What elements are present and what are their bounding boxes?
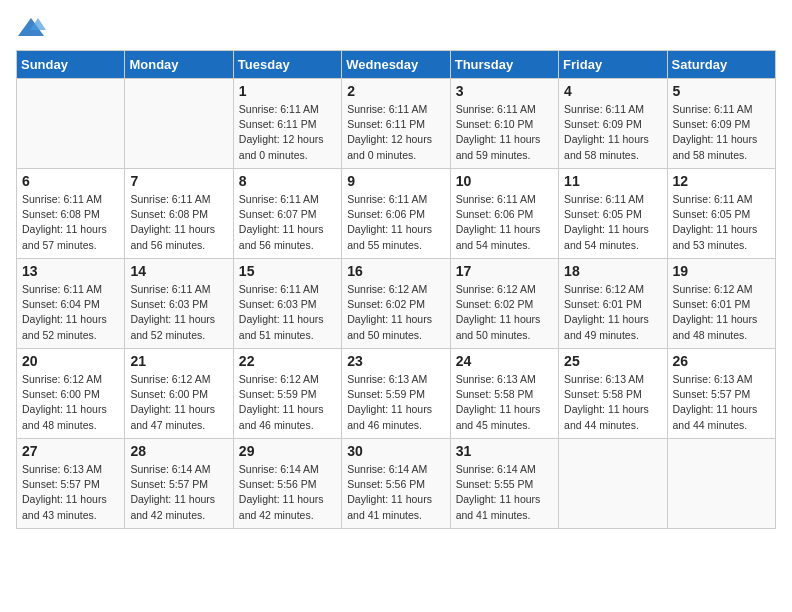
calendar-cell: 15Sunrise: 6:11 AM Sunset: 6:03 PM Dayli… [233,259,341,349]
day-info: Sunrise: 6:11 AM Sunset: 6:07 PM Dayligh… [239,192,336,253]
day-number: 3 [456,83,553,99]
weekday-header-thursday: Thursday [450,51,558,79]
day-number: 14 [130,263,227,279]
calendar-cell: 25Sunrise: 6:13 AM Sunset: 5:58 PM Dayli… [559,349,667,439]
day-number: 11 [564,173,661,189]
weekday-header-sunday: Sunday [17,51,125,79]
day-info: Sunrise: 6:11 AM Sunset: 6:04 PM Dayligh… [22,282,119,343]
day-info: Sunrise: 6:11 AM Sunset: 6:11 PM Dayligh… [347,102,444,163]
day-number: 6 [22,173,119,189]
day-number: 16 [347,263,444,279]
calendar-cell: 20Sunrise: 6:12 AM Sunset: 6:00 PM Dayli… [17,349,125,439]
day-info: Sunrise: 6:13 AM Sunset: 5:58 PM Dayligh… [564,372,661,433]
day-info: Sunrise: 6:14 AM Sunset: 5:57 PM Dayligh… [130,462,227,523]
weekday-header-saturday: Saturday [667,51,775,79]
calendar-cell [559,439,667,529]
calendar-cell: 14Sunrise: 6:11 AM Sunset: 6:03 PM Dayli… [125,259,233,349]
day-info: Sunrise: 6:11 AM Sunset: 6:10 PM Dayligh… [456,102,553,163]
calendar-cell: 2Sunrise: 6:11 AM Sunset: 6:11 PM Daylig… [342,79,450,169]
day-info: Sunrise: 6:12 AM Sunset: 6:02 PM Dayligh… [456,282,553,343]
calendar-cell: 24Sunrise: 6:13 AM Sunset: 5:58 PM Dayli… [450,349,558,439]
day-info: Sunrise: 6:11 AM Sunset: 6:05 PM Dayligh… [673,192,770,253]
day-number: 22 [239,353,336,369]
day-info: Sunrise: 6:12 AM Sunset: 6:01 PM Dayligh… [673,282,770,343]
calendar-cell: 5Sunrise: 6:11 AM Sunset: 6:09 PM Daylig… [667,79,775,169]
day-info: Sunrise: 6:12 AM Sunset: 6:00 PM Dayligh… [22,372,119,433]
calendar-cell: 9Sunrise: 6:11 AM Sunset: 6:06 PM Daylig… [342,169,450,259]
day-info: Sunrise: 6:11 AM Sunset: 6:11 PM Dayligh… [239,102,336,163]
day-info: Sunrise: 6:11 AM Sunset: 6:06 PM Dayligh… [456,192,553,253]
weekday-header-wednesday: Wednesday [342,51,450,79]
day-number: 8 [239,173,336,189]
calendar-cell: 12Sunrise: 6:11 AM Sunset: 6:05 PM Dayli… [667,169,775,259]
day-number: 24 [456,353,553,369]
weekday-header-tuesday: Tuesday [233,51,341,79]
day-number: 9 [347,173,444,189]
day-number: 2 [347,83,444,99]
day-info: Sunrise: 6:12 AM Sunset: 6:00 PM Dayligh… [130,372,227,433]
day-info: Sunrise: 6:11 AM Sunset: 6:03 PM Dayligh… [130,282,227,343]
day-number: 19 [673,263,770,279]
day-number: 15 [239,263,336,279]
calendar-week-row: 1Sunrise: 6:11 AM Sunset: 6:11 PM Daylig… [17,79,776,169]
calendar-cell [125,79,233,169]
calendar-cell: 4Sunrise: 6:11 AM Sunset: 6:09 PM Daylig… [559,79,667,169]
day-info: Sunrise: 6:12 AM Sunset: 5:59 PM Dayligh… [239,372,336,433]
header [16,16,776,38]
day-number: 10 [456,173,553,189]
day-info: Sunrise: 6:13 AM Sunset: 5:57 PM Dayligh… [673,372,770,433]
day-number: 1 [239,83,336,99]
calendar-header-row: SundayMondayTuesdayWednesdayThursdayFrid… [17,51,776,79]
calendar-cell: 31Sunrise: 6:14 AM Sunset: 5:55 PM Dayli… [450,439,558,529]
day-info: Sunrise: 6:11 AM Sunset: 6:09 PM Dayligh… [564,102,661,163]
day-info: Sunrise: 6:14 AM Sunset: 5:56 PM Dayligh… [239,462,336,523]
calendar-cell: 10Sunrise: 6:11 AM Sunset: 6:06 PM Dayli… [450,169,558,259]
day-info: Sunrise: 6:11 AM Sunset: 6:03 PM Dayligh… [239,282,336,343]
day-info: Sunrise: 6:12 AM Sunset: 6:02 PM Dayligh… [347,282,444,343]
calendar-cell: 16Sunrise: 6:12 AM Sunset: 6:02 PM Dayli… [342,259,450,349]
calendar-cell [667,439,775,529]
day-info: Sunrise: 6:14 AM Sunset: 5:55 PM Dayligh… [456,462,553,523]
day-info: Sunrise: 6:11 AM Sunset: 6:08 PM Dayligh… [130,192,227,253]
day-number: 23 [347,353,444,369]
calendar-cell: 19Sunrise: 6:12 AM Sunset: 6:01 PM Dayli… [667,259,775,349]
calendar-cell: 11Sunrise: 6:11 AM Sunset: 6:05 PM Dayli… [559,169,667,259]
day-info: Sunrise: 6:11 AM Sunset: 6:09 PM Dayligh… [673,102,770,163]
calendar-cell: 30Sunrise: 6:14 AM Sunset: 5:56 PM Dayli… [342,439,450,529]
day-info: Sunrise: 6:11 AM Sunset: 6:06 PM Dayligh… [347,192,444,253]
day-number: 21 [130,353,227,369]
day-number: 5 [673,83,770,99]
day-info: Sunrise: 6:11 AM Sunset: 6:08 PM Dayligh… [22,192,119,253]
calendar-cell: 13Sunrise: 6:11 AM Sunset: 6:04 PM Dayli… [17,259,125,349]
calendar-cell: 7Sunrise: 6:11 AM Sunset: 6:08 PM Daylig… [125,169,233,259]
calendar-cell: 28Sunrise: 6:14 AM Sunset: 5:57 PM Dayli… [125,439,233,529]
weekday-header-friday: Friday [559,51,667,79]
calendar-table: SundayMondayTuesdayWednesdayThursdayFrid… [16,50,776,529]
calendar-body: 1Sunrise: 6:11 AM Sunset: 6:11 PM Daylig… [17,79,776,529]
calendar-week-row: 6Sunrise: 6:11 AM Sunset: 6:08 PM Daylig… [17,169,776,259]
day-number: 29 [239,443,336,459]
weekday-header-monday: Monday [125,51,233,79]
calendar-cell: 27Sunrise: 6:13 AM Sunset: 5:57 PM Dayli… [17,439,125,529]
day-number: 20 [22,353,119,369]
day-info: Sunrise: 6:11 AM Sunset: 6:05 PM Dayligh… [564,192,661,253]
calendar-cell: 21Sunrise: 6:12 AM Sunset: 6:00 PM Dayli… [125,349,233,439]
calendar-week-row: 13Sunrise: 6:11 AM Sunset: 6:04 PM Dayli… [17,259,776,349]
day-number: 28 [130,443,227,459]
day-info: Sunrise: 6:12 AM Sunset: 6:01 PM Dayligh… [564,282,661,343]
calendar-cell: 18Sunrise: 6:12 AM Sunset: 6:01 PM Dayli… [559,259,667,349]
calendar-week-row: 20Sunrise: 6:12 AM Sunset: 6:00 PM Dayli… [17,349,776,439]
day-info: Sunrise: 6:13 AM Sunset: 5:59 PM Dayligh… [347,372,444,433]
day-info: Sunrise: 6:13 AM Sunset: 5:57 PM Dayligh… [22,462,119,523]
calendar-cell: 3Sunrise: 6:11 AM Sunset: 6:10 PM Daylig… [450,79,558,169]
calendar-cell: 6Sunrise: 6:11 AM Sunset: 6:08 PM Daylig… [17,169,125,259]
day-number: 17 [456,263,553,279]
calendar-cell: 26Sunrise: 6:13 AM Sunset: 5:57 PM Dayli… [667,349,775,439]
day-number: 30 [347,443,444,459]
day-number: 26 [673,353,770,369]
calendar-cell: 23Sunrise: 6:13 AM Sunset: 5:59 PM Dayli… [342,349,450,439]
day-number: 7 [130,173,227,189]
calendar-cell: 8Sunrise: 6:11 AM Sunset: 6:07 PM Daylig… [233,169,341,259]
calendar-week-row: 27Sunrise: 6:13 AM Sunset: 5:57 PM Dayli… [17,439,776,529]
day-number: 4 [564,83,661,99]
